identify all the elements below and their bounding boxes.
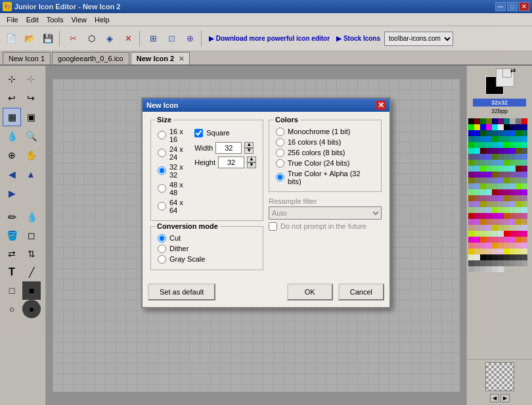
size-16[interactable] xyxy=(158,131,166,139)
size-48[interactable] xyxy=(158,184,166,193)
conv-grayscale[interactable] xyxy=(158,255,166,264)
size-section: Size 16 x 16 24 x 24 32 x 32 48 x 48 64 … xyxy=(150,120,263,221)
colors-256[interactable] xyxy=(276,149,284,157)
size-fields: Square Width ▲ ▼ xyxy=(194,127,256,168)
width-down-btn[interactable]: ▼ xyxy=(244,148,254,154)
size-24-label: 24 x 24 xyxy=(169,145,189,161)
dialog-left: Size 16 x 16 24 x 24 32 x 32 48 x 48 64 … xyxy=(150,120,263,275)
size-32[interactable] xyxy=(158,166,166,175)
size-32-label: 32 x 32 xyxy=(169,163,189,179)
no-prompt-row: Do not prompt in the future xyxy=(269,222,382,231)
width-input[interactable] xyxy=(215,142,242,154)
size-radio-group: 16 x 16 24 x 24 32 x 32 48 x 48 64 x 64 xyxy=(158,126,189,216)
ok-button[interactable]: OK xyxy=(287,283,333,300)
size-48-label: 48 x 48 xyxy=(169,181,189,197)
dialog-sections-row: Size 16 x 16 24 x 24 32 x 32 48 x 48 64 … xyxy=(150,120,382,275)
size-24[interactable] xyxy=(158,149,166,157)
colors-mono-label: Monochrome (1 bit) xyxy=(288,128,350,135)
height-spinner: ▲ ▼ xyxy=(247,156,256,168)
colors-16-label: 16 colors (4 bits) xyxy=(288,138,341,146)
dialog-title-text: New Icon xyxy=(146,101,178,109)
dialog-body: Size 16 x 16 24 x 24 32 x 32 48 x 48 64 … xyxy=(143,112,389,283)
colors-section: Colors Monochrome (1 bit) 16 colors (4 b… xyxy=(269,120,382,192)
height-label: Height xyxy=(194,158,215,166)
colors-true24[interactable] xyxy=(276,159,284,168)
no-prompt-checkbox[interactable] xyxy=(269,222,277,231)
dialog-close-icon[interactable]: ✕ xyxy=(376,101,386,110)
size-section-title: Size xyxy=(155,116,173,124)
resample-section: Resample filter Auto Nearest Bilinear Bi… xyxy=(269,197,382,220)
conv-grayscale-label: Gray Scale xyxy=(169,255,205,263)
cancel-button[interactable]: Cancel xyxy=(338,283,384,300)
colors-256-label: 256 colors (8 bits) xyxy=(288,149,345,156)
size-64-label: 64 x 64 xyxy=(169,199,189,214)
dialog-right: Colors Monochrome (1 bit) 16 colors (4 b… xyxy=(269,120,382,275)
square-checkbox[interactable] xyxy=(194,129,203,137)
dialog-buttons: Set as default OK Cancel xyxy=(143,283,389,307)
size-64[interactable] xyxy=(158,202,166,210)
colors-16[interactable] xyxy=(276,138,284,147)
colors-true24-label: True Color (24 bits) xyxy=(288,159,349,167)
conv-cut-label: Cut xyxy=(169,234,181,242)
dialog-title-bar: New Icon ✕ xyxy=(143,99,389,112)
conv-cut[interactable] xyxy=(158,234,166,243)
resample-label: Resample filter xyxy=(269,197,382,205)
dialog-ok-cancel: OK Cancel xyxy=(287,283,384,300)
colors-true32-label: True Color + Alpha (32 bits) xyxy=(288,170,374,185)
conversion-section: Conversion mode Cut Dither Gray Scale xyxy=(150,226,263,270)
size-16-label: 16 x 16 xyxy=(169,128,189,143)
height-down-btn[interactable]: ▼ xyxy=(247,162,256,168)
conv-dither[interactable] xyxy=(158,245,166,253)
new-icon-dialog: New Icon ✕ Size 16 x 16 24 x 24 32 x 32 xyxy=(141,97,391,308)
height-input[interactable] xyxy=(218,156,244,168)
colors-true32[interactable] xyxy=(276,173,284,181)
conv-dither-label: Dither xyxy=(169,245,188,252)
colors-mono[interactable] xyxy=(276,128,284,136)
set-default-button[interactable]: Set as default xyxy=(148,283,215,300)
square-label: Square xyxy=(206,129,229,137)
resample-select[interactable]: Auto Nearest Bilinear Bicubic xyxy=(269,206,382,220)
dialog-overlay: New Icon ✕ Size 16 x 16 24 x 24 32 x 32 xyxy=(0,0,532,405)
width-label: Width xyxy=(194,144,213,152)
no-prompt-label: Do not prompt in the future xyxy=(280,222,366,230)
width-spinner: ▲ ▼ xyxy=(244,142,254,154)
conversion-section-title: Conversion mode xyxy=(155,222,220,230)
colors-section-title: Colors xyxy=(273,116,300,124)
